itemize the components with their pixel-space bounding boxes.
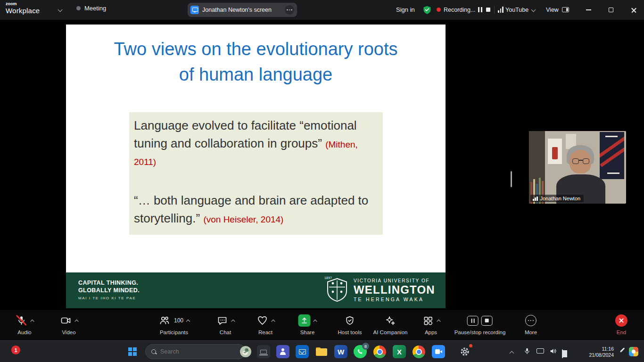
screen-tab-options-button[interactable] [285,5,294,15]
tray-microphone-icon[interactable] [523,347,531,355]
person-glasses [572,158,589,165]
search-input[interactable] [160,348,236,355]
quote2-citation: (von Heiseler, 2014) [203,214,283,224]
view-button[interactable]: View [546,7,559,13]
participants-icon [158,314,171,327]
share-button[interactable]: Share [298,314,317,335]
chat-button[interactable]: Chat [216,314,235,335]
microphone-muted-icon [16,314,28,327]
excel-icon[interactable]: X [393,345,406,358]
zoom-logo-text: zoom [6,2,40,6]
audio-chevron-icon[interactable] [30,319,34,323]
tray-color-app-icon[interactable] [629,347,638,356]
participants-chevron-icon[interactable] [186,319,190,323]
university-wordmark: VICTORIA UNIVERSITY OF WELLINGTON TE HER… [354,278,435,302]
footer-right-line3: TE HERENGA WAKA [354,296,435,302]
participants-count: 100 [174,317,183,324]
zoom-app-icon[interactable] [432,345,445,358]
chrome-icon[interactable] [373,345,386,358]
react-chevron-icon[interactable] [271,319,275,323]
tray-cast-icon[interactable] [537,348,544,354]
file-explorer-icon[interactable] [315,345,328,358]
footer-left-line2: GLOBALLY MINDED. [78,287,140,295]
view-layout-icon[interactable] [562,7,569,12]
security-shield-icon[interactable] [422,5,432,15]
youtube-chevron-down-icon[interactable] [531,8,536,12]
ai-companion-button[interactable]: AI Companion [373,314,408,335]
recording-stop-button[interactable] [486,8,490,12]
chat-chevron-icon[interactable] [231,319,235,323]
apps-chevron-icon[interactable] [437,319,440,323]
heart-icon [256,314,269,327]
word-icon[interactable]: W [334,345,347,358]
tray-expand-icon[interactable] [510,348,513,357]
search-highlight-bird-icon[interactable] [240,346,251,357]
host-tools-label: Host tools [338,329,362,335]
maximize-icon [609,8,613,12]
share-screen-icon [298,314,311,327]
footer-right-line2: WELLINGTON [354,283,435,296]
connection-signal-icon [533,197,538,201]
minimize-button[interactable] [579,0,598,20]
camera-icon [60,314,72,327]
host-tools-button[interactable]: Host tools [338,314,362,335]
start-button[interactable] [128,347,136,355]
share-chevron-icon[interactable] [313,319,317,323]
tray-volume-icon[interactable] [549,347,557,355]
shared-screen-tab-label: Jonathan Newton's screen [202,7,281,13]
participants-label: Participants [160,329,188,335]
apps-label: Apps [425,329,437,335]
tab-meeting[interactable]: Meeting [76,5,106,12]
whatsapp-icon[interactable]: 8 [354,345,367,358]
workplace-logo-text: Workplace [6,7,40,15]
maximize-button[interactable] [602,0,620,20]
video-button[interactable]: Video [60,314,78,335]
apps-button[interactable]: Apps [422,314,440,335]
more-button[interactable]: More [525,314,537,335]
end-button[interactable]: End [615,314,627,335]
chrome-icon-2[interactable] [412,345,425,358]
outlook-icon[interactable] [296,345,309,358]
video-chevron-icon[interactable] [74,319,78,323]
participant-video-tile[interactable]: Jonathan Newton [529,131,626,204]
close-button[interactable] [624,0,643,20]
wall-poster-left [548,139,562,164]
video-label: Video [62,329,75,335]
recording-pause-button[interactable] [478,7,482,12]
react-button[interactable]: React [256,314,275,335]
wall-poster-right [600,132,624,179]
university-crest-icon [327,278,347,302]
workspace-chevron-down-icon[interactable] [58,8,63,12]
live-stream-icon [498,7,504,13]
footer-right-line1: VICTORIA UNIVERSITY OF [354,278,435,283]
end-label: End [617,329,626,335]
settings-gear-icon[interactable] [458,345,471,358]
meeting-tab-label: Meeting [84,5,106,12]
react-label: React [258,329,272,335]
share-label: Share [300,329,315,335]
sign-in-button[interactable]: Sign in [396,6,415,13]
notification-badge[interactable]: 1 [11,346,20,354]
meeting-dot-icon [76,6,81,10]
panel-resize-handle[interactable] [511,171,512,187]
more-ellipsis-icon [525,315,537,326]
whatsapp-badge: 8 [362,343,369,350]
footer-left-line3: MAI I TE IHO KI TE PAE [78,296,140,300]
pause-stop-recording-label: Pause/stop recording [454,329,506,335]
stop-recording-button[interactable] [481,316,493,326]
audio-label: Audio [17,329,31,335]
close-icon [631,7,637,13]
meeting-content-area: Two views on the evolutionary roots of h… [0,20,644,310]
audio-button[interactable]: Audio [16,314,34,335]
monitor-app-icon[interactable] [257,345,270,358]
taskbar-clock[interactable]: 11:16 21/08/2024 [583,346,614,358]
participants-button[interactable]: 100 Participants [158,314,190,335]
participant-name-label: Jonathan Newton [540,196,581,201]
tray-battery-icon[interactable] [562,349,563,358]
pause-recording-button[interactable] [467,316,479,326]
tab-shared-screen[interactable]: Jonathan Newton's screen [188,3,297,17]
topbar-divider [494,6,495,14]
teams-icon[interactable] [276,345,289,358]
taskbar-search[interactable] [145,344,246,359]
youtube-stream-button[interactable]: YouTube [505,7,528,13]
